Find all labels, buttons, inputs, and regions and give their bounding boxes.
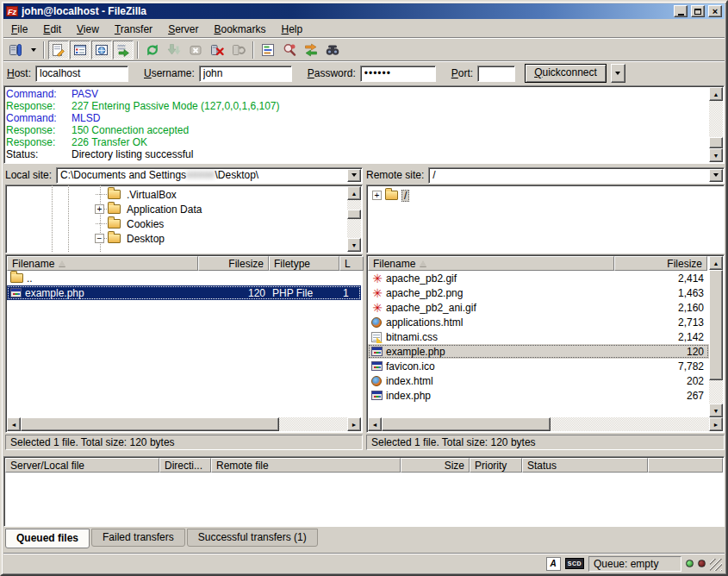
menu-server[interactable]: Server <box>160 22 206 37</box>
menu-help[interactable]: Help <box>274 22 311 37</box>
cancel-button[interactable] <box>185 41 206 59</box>
tree-item[interactable]: Cookies <box>6 216 362 231</box>
file-row-selected[interactable]: example.php 120 PHP File 1 <box>7 285 361 300</box>
red-led-indicator <box>698 560 706 567</box>
disconnect-button[interactable] <box>207 41 227 59</box>
menu-edit[interactable]: Edit <box>35 22 69 37</box>
file-row[interactable]: favicon.ico 7,782 <box>368 359 709 373</box>
tree-expander[interactable]: + <box>95 204 104 214</box>
tree-item[interactable]: +/ <box>367 188 724 203</box>
column-header-filename[interactable]: Filename <box>7 256 198 271</box>
local-site-combo[interactable]: C:\Documents and Settings#####\Desktop\ <box>56 167 363 184</box>
file-type <box>269 271 339 285</box>
site-manager-button[interactable] <box>5 41 26 59</box>
column-header-size[interactable]: Size <box>401 458 470 473</box>
remote-list-vscrollbar[interactable]: ▲ ▼ <box>709 256 723 417</box>
tab-queued-files[interactable]: Queued files <box>5 529 90 548</box>
minimize-button[interactable] <box>674 5 688 17</box>
scroll-up-button[interactable]: ▲ <box>709 87 723 101</box>
transfer-type-indicator[interactable]: A <box>546 557 561 571</box>
tree-item[interactable]: .VirtualBox <box>6 187 362 202</box>
local-tree-scrollbar[interactable]: ▲ ▼ <box>347 186 361 252</box>
scroll-up-button[interactable]: ▲ <box>709 256 723 270</box>
scd-indicator[interactable]: SCD <box>565 558 584 569</box>
scroll-right-button[interactable]: ► <box>709 417 723 431</box>
toggle-message-log-button[interactable] <box>48 41 69 59</box>
process-queue-button[interactable] <box>164 41 184 59</box>
column-header-priority[interactable]: Priority <box>470 458 522 473</box>
find-files-button[interactable] <box>322 41 343 59</box>
column-header-server-local-file[interactable]: Server/Local file <box>5 458 159 473</box>
scroll-right-button[interactable]: ► <box>347 417 361 431</box>
local-path-prefix: C:\Documents and Settings <box>60 169 186 181</box>
scroll-thumb[interactable] <box>347 210 361 219</box>
resize-grip[interactable] <box>710 559 722 571</box>
tree-expander[interactable]: − <box>95 234 104 243</box>
quickconnect-dropdown-button[interactable] <box>611 64 625 83</box>
log-text: 227 Entering Passive Mode (127,0,0,1,6,1… <box>72 100 280 112</box>
tree-expander[interactable]: + <box>372 191 382 200</box>
column-header-filesize[interactable]: Filesize <box>198 256 269 271</box>
directory-comparison-button[interactable] <box>279 41 300 59</box>
username-input[interactable] <box>199 66 292 82</box>
filter-button[interactable] <box>258 41 278 59</box>
local-site-dropdown-button[interactable] <box>347 169 361 182</box>
toggle-transfer-queue-button[interactable] <box>113 41 134 59</box>
scroll-left-button[interactable]: ◄ <box>7 417 21 431</box>
file-row[interactable]: index.html 202 <box>368 373 709 388</box>
file-row[interactable]: apache_pb2.png 1,463 <box>368 285 709 300</box>
site-manager-dropdown-button[interactable] <box>27 41 40 59</box>
toggle-remote-tree-button[interactable] <box>91 41 112 59</box>
file-row-selected[interactable]: example.php 120 <box>368 344 709 359</box>
scroll-down-button[interactable]: ▼ <box>709 148 723 162</box>
tree-item[interactable]: −Desktop <box>6 231 362 246</box>
tree-item[interactable]: +Application Data <box>6 202 362 216</box>
menu-transfer[interactable]: Transfer <box>107 22 160 37</box>
port-input[interactable] <box>477 66 515 82</box>
menu-file[interactable]: File <box>3 22 35 37</box>
synchronized-browsing-button[interactable] <box>301 41 321 59</box>
scroll-down-button[interactable]: ▼ <box>709 404 723 417</box>
scroll-up-button[interactable]: ▲ <box>347 186 361 200</box>
tab-successful-transfers[interactable]: Successful transfers (1) <box>187 529 318 547</box>
quickconnect-button[interactable]: Quickconnect <box>525 64 607 83</box>
local-list-hscrollbar[interactable]: ◄ ► <box>7 417 361 431</box>
file-row[interactable]: index.php 267 <box>368 388 709 403</box>
column-header-filesize[interactable]: Filesize <box>614 256 707 271</box>
scroll-down-button[interactable]: ▼ <box>347 238 361 252</box>
file-row[interactable]: .. <box>7 271 361 285</box>
scroll-left-button[interactable]: ◄ <box>368 417 382 431</box>
column-header-empty[interactable] <box>648 458 723 473</box>
menu-view[interactable]: View <box>69 22 107 37</box>
file-row[interactable]: applications.html 2,713 <box>368 315 709 329</box>
refresh-button[interactable] <box>142 41 163 59</box>
column-header-lastmodified[interactable]: L <box>339 256 364 271</box>
scroll-thumb[interactable] <box>709 137 723 148</box>
remote-site-dropdown-button[interactable] <box>709 169 723 182</box>
find-files-icon <box>326 43 339 57</box>
file-row[interactable]: bitnami.css 2,142 <box>368 329 709 344</box>
menu-bookmarks[interactable]: Bookmarks <box>206 22 273 37</box>
file-row[interactable]: apache_pb2.gif 2,414 <box>368 271 709 285</box>
column-header-filetype[interactable]: Filetype <box>269 256 339 271</box>
toggle-local-tree-button[interactable] <box>70 41 90 59</box>
remote-list-hscrollbar[interactable]: ◄ ► <box>368 417 723 431</box>
folder-icon <box>10 273 23 283</box>
column-header-status[interactable]: Status <box>522 458 648 473</box>
column-header-direction[interactable]: Directi... <box>159 458 211 473</box>
host-input[interactable] <box>35 66 128 82</box>
maximize-button[interactable] <box>691 5 705 17</box>
scroll-thumb[interactable] <box>21 417 279 431</box>
column-header-filename[interactable]: Filename <box>368 256 614 271</box>
scroll-thumb[interactable] <box>709 270 723 380</box>
file-row[interactable]: apache_pb2_ani.gif 2,160 <box>368 300 709 315</box>
reconnect-button[interactable] <box>228 41 249 59</box>
scroll-thumb[interactable] <box>382 417 551 431</box>
column-header-remote-file[interactable]: Remote file <box>211 458 401 473</box>
tab-failed-transfers[interactable]: Failed transfers <box>91 529 185 547</box>
log-scrollbar[interactable]: ▲ ▼ <box>709 87 723 162</box>
close-button[interactable]: × <box>708 5 722 17</box>
file-name-cell: example.php <box>368 344 614 359</box>
password-input[interactable] <box>360 66 436 82</box>
remote-site-combo[interactable]: / <box>428 167 725 184</box>
